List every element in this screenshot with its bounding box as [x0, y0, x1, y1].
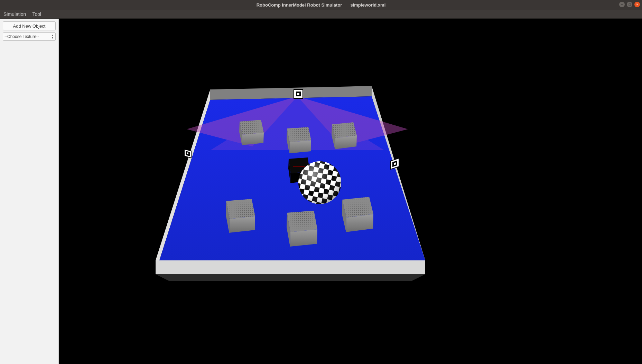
- box: [332, 122, 357, 149]
- menubar: Simulation Tool: [0, 10, 642, 19]
- add-new-object-button[interactable]: Add New Object: [3, 21, 56, 30]
- box: [239, 120, 264, 145]
- svg-marker-10: [242, 133, 264, 145]
- viewport-3d[interactable]: [59, 19, 642, 364]
- svg-marker-13: [289, 140, 311, 153]
- box: [342, 197, 373, 232]
- checker-sphere: [298, 161, 341, 204]
- svg-marker-19: [229, 216, 255, 233]
- svg-marker-22: [290, 229, 317, 247]
- window-title-file: simpleworld.xml: [350, 2, 385, 8]
- choose-texture-select[interactable]: --Choose Texture-- ▲▼: [3, 32, 56, 41]
- close-icon[interactable]: ×: [634, 2, 640, 7]
- maximize-icon[interactable]: ◻: [627, 2, 632, 7]
- ar-marker: [184, 149, 191, 158]
- svg-marker-18: [226, 199, 255, 219]
- svg-marker-21: [287, 211, 317, 232]
- box: [287, 127, 311, 153]
- titlebar: RoboComp InnerModel Robot Simulator simp…: [0, 0, 642, 10]
- svg-rect-30: [293, 166, 305, 167]
- svg-marker-15: [332, 122, 357, 138]
- menu-tool[interactable]: Tool: [32, 11, 41, 17]
- svg-marker-24: [342, 197, 373, 218]
- svg-point-32: [298, 161, 341, 204]
- sidebar: Add New Object --Choose Texture-- ▲▼: [0, 19, 59, 364]
- minimize-icon[interactable]: –: [619, 2, 625, 7]
- window-controls: – ◻ ×: [619, 2, 640, 7]
- base: [156, 274, 425, 281]
- menu-simulation[interactable]: Simulation: [3, 11, 26, 17]
- spinner-icon: ▲▼: [51, 35, 54, 39]
- ar-marker: [294, 89, 303, 98]
- box: [287, 211, 317, 247]
- choose-texture-label: --Choose Texture--: [4, 34, 39, 39]
- window-title-app: RoboComp InnerModel Robot Simulator: [257, 2, 342, 8]
- box: [226, 199, 255, 233]
- svg-marker-12: [287, 127, 311, 142]
- svg-marker-9: [240, 120, 264, 135]
- wall-front-inner: [156, 260, 425, 274]
- svg-rect-35: [297, 93, 299, 95]
